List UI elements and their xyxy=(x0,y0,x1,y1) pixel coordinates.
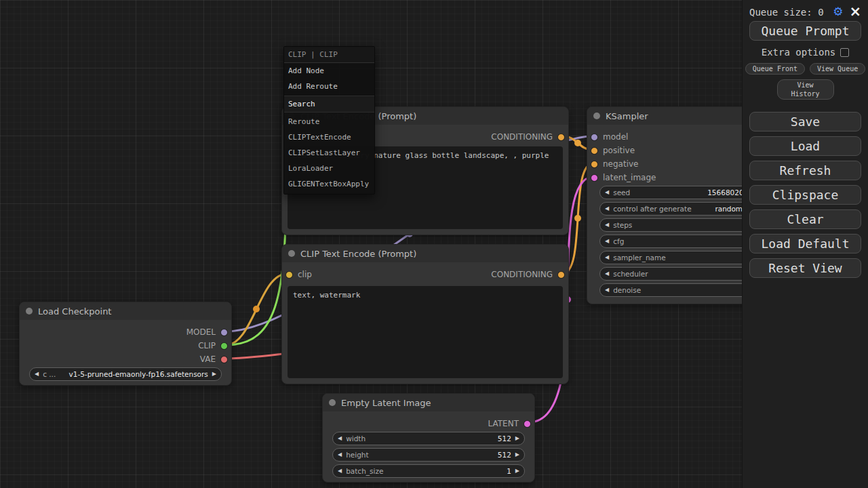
queue-prompt-button[interactable]: Queue Prompt xyxy=(749,21,861,41)
clear-button[interactable]: Clear xyxy=(749,209,861,229)
increment-arrow-icon[interactable]: ▶ xyxy=(212,371,216,377)
output-slot-vae[interactable]: VAE xyxy=(200,352,231,366)
slot-dot-model[interactable] xyxy=(591,134,598,141)
add-node-context-menu: CLIP | CLIP Add Node Add Reroute Search … xyxy=(283,46,375,195)
decrement-arrow-icon[interactable]: ◀ xyxy=(338,452,342,458)
reset-view-button[interactable]: Reset View xyxy=(749,258,861,278)
node-title: Load Checkpoint xyxy=(38,306,111,317)
decrement-arrow-icon[interactable]: ◀ xyxy=(605,206,609,211)
width-widget[interactable]: ◀ width 512 ▶ xyxy=(332,432,525,445)
output-slot-clip[interactable]: CLIP xyxy=(198,339,231,352)
menu-item-reroute[interactable]: Reroute xyxy=(284,114,374,129)
slot-dot-latent[interactable] xyxy=(591,174,598,182)
height-widget[interactable]: ◀ height 512 ▶ xyxy=(332,448,525,462)
widget-value: 1 xyxy=(507,467,511,475)
steps-widget[interactable]: ◀ steps xyxy=(599,218,758,232)
slot-dot-conditioning[interactable] xyxy=(557,271,565,279)
input-slot-negative[interactable]: negative xyxy=(587,157,638,171)
increment-arrow-icon[interactable]: ▶ xyxy=(515,436,519,441)
decrement-arrow-icon[interactable]: ◀ xyxy=(605,287,609,293)
increment-arrow-icon[interactable]: ▶ xyxy=(515,468,519,474)
batch-size-widget[interactable]: ◀ batch_size 1 ▶ xyxy=(332,464,525,478)
input-slot-positive[interactable]: positive xyxy=(587,144,635,157)
collapse-dot-icon[interactable] xyxy=(593,113,600,119)
decrement-arrow-icon[interactable]: ◀ xyxy=(35,371,39,377)
slot-label: CONDITIONING xyxy=(491,132,553,142)
node-load-checkpoint[interactable]: Load Checkpoint MODEL CLIP VAE ◀ c ... v… xyxy=(19,302,232,386)
widget-label: scheduler xyxy=(613,270,648,278)
view-history-button[interactable]: View History xyxy=(777,79,834,100)
collapse-dot-icon[interactable] xyxy=(26,308,33,314)
menu-item-gligentextboxapply[interactable]: GLIGENTextBoxApply xyxy=(284,176,374,192)
menu-item-clipsetlastlayer[interactable]: CLIPSetLastLayer xyxy=(284,145,374,161)
slot-dot-latent[interactable] xyxy=(524,420,531,428)
menu-item-cliptextencode[interactable]: CLIPTextEncode xyxy=(284,129,374,145)
node-clip-text-encode-2[interactable]: CLIP Text Encode (Prompt) clip CONDITION… xyxy=(281,244,569,384)
node-titlebar[interactable]: Load Checkpoint xyxy=(20,302,231,320)
decrement-arrow-icon[interactable]: ◀ xyxy=(605,222,609,228)
decrement-arrow-icon[interactable]: ◀ xyxy=(338,468,342,474)
output-slot-model[interactable]: MODEL xyxy=(186,325,231,339)
output-slot-conditioning[interactable]: CONDITIONING xyxy=(491,268,568,281)
menu-header: Queue size: 0 ⚙ × xyxy=(743,0,868,21)
slot-dot-vae[interactable] xyxy=(220,356,228,363)
decrement-arrow-icon[interactable]: ◀ xyxy=(605,255,609,260)
collapse-dot-icon[interactable] xyxy=(288,250,295,257)
slot-label: CONDITIONING xyxy=(491,270,553,279)
extra-options-row: Extra options xyxy=(743,47,868,58)
input-slot-model[interactable]: model xyxy=(587,130,628,144)
menu-item-add-node[interactable]: Add Node xyxy=(284,63,374,79)
clipspace-button[interactable]: Clipspace xyxy=(749,185,861,205)
widget-value: 512 xyxy=(498,451,511,459)
output-slot-latent[interactable]: LATENT xyxy=(488,417,534,430)
link-midpoint-dot[interactable] xyxy=(253,306,260,312)
settings-gear-icon[interactable]: ⚙ xyxy=(833,6,843,18)
control-after-generate-widget[interactable]: ◀ control after generate randomize xyxy=(599,202,758,216)
queue-front-button[interactable]: Queue Front xyxy=(745,63,805,75)
refresh-button[interactable]: Refresh xyxy=(749,161,861,180)
close-menu-icon[interactable]: × xyxy=(849,6,861,18)
input-slot-latent-image[interactable]: latent_image xyxy=(587,171,656,184)
save-button[interactable]: Save xyxy=(749,112,861,131)
link-midpoint-dot[interactable] xyxy=(574,215,581,222)
slot-dot-clip[interactable] xyxy=(220,342,228,350)
sampler-name-widget[interactable]: ◀ sampler_name xyxy=(599,251,758,264)
node-empty-latent-image[interactable]: Empty Latent Image LATENT ◀ width 512 ▶ … xyxy=(322,393,535,483)
extra-options-checkbox[interactable] xyxy=(840,48,849,57)
widget-label: steps xyxy=(613,221,632,229)
decrement-arrow-icon[interactable]: ◀ xyxy=(605,271,609,277)
seed-widget[interactable]: ◀ seed 1566802087 xyxy=(599,186,758,199)
slot-dot-conditioning[interactable] xyxy=(591,147,598,155)
slot-label: negative xyxy=(603,159,638,169)
load-default-button[interactable]: Load Default xyxy=(749,234,861,253)
output-slot-conditioning[interactable]: CONDITIONING xyxy=(491,130,568,144)
slot-dot-conditioning[interactable] xyxy=(591,161,598,168)
denoise-widget[interactable]: ◀ denoise xyxy=(599,283,758,297)
increment-arrow-icon[interactable]: ▶ xyxy=(515,452,519,458)
slot-dot-clip[interactable] xyxy=(285,271,293,279)
cfg-widget[interactable]: ◀ cfg xyxy=(599,235,758,248)
decrement-arrow-icon[interactable]: ◀ xyxy=(605,239,609,244)
slot-label: clip xyxy=(298,270,312,279)
slot-dot-model[interactable] xyxy=(220,329,228,336)
node-titlebar[interactable]: Empty Latent Image xyxy=(323,394,534,411)
node-title: Empty Latent Image xyxy=(341,398,431,408)
scheduler-widget[interactable]: ◀ scheduler xyxy=(599,267,758,281)
menu-search-input[interactable]: Search xyxy=(284,96,374,113)
load-button[interactable]: Load xyxy=(749,136,861,156)
menu-item-add-reroute[interactable]: Add Reroute xyxy=(284,79,374,94)
collapse-dot-icon[interactable] xyxy=(329,399,336,406)
graph-canvas[interactable]: Load Checkpoint MODEL CLIP VAE ◀ c ... v… xyxy=(0,0,868,488)
view-queue-button[interactable]: View Queue xyxy=(810,63,865,75)
prompt-textarea[interactable]: text, watermark xyxy=(288,286,563,378)
slot-label: VAE xyxy=(200,354,216,364)
ckpt-name-widget[interactable]: ◀ c ... v1-5-pruned-emaonly-fp16.safeten… xyxy=(29,367,222,381)
slot-dot-conditioning[interactable] xyxy=(557,134,565,141)
menu-item-loraloader[interactable]: LoraLoader xyxy=(284,161,374,176)
input-slot-clip[interactable]: clip xyxy=(282,268,312,281)
node-titlebar[interactable]: CLIP Text Encode (Prompt) xyxy=(282,245,568,262)
link-midpoint-dot[interactable] xyxy=(574,140,581,146)
comfy-menu-panel: Queue size: 0 ⚙ × Queue Prompt Extra opt… xyxy=(742,0,868,488)
decrement-arrow-icon[interactable]: ◀ xyxy=(605,190,609,195)
decrement-arrow-icon[interactable]: ◀ xyxy=(338,436,342,441)
